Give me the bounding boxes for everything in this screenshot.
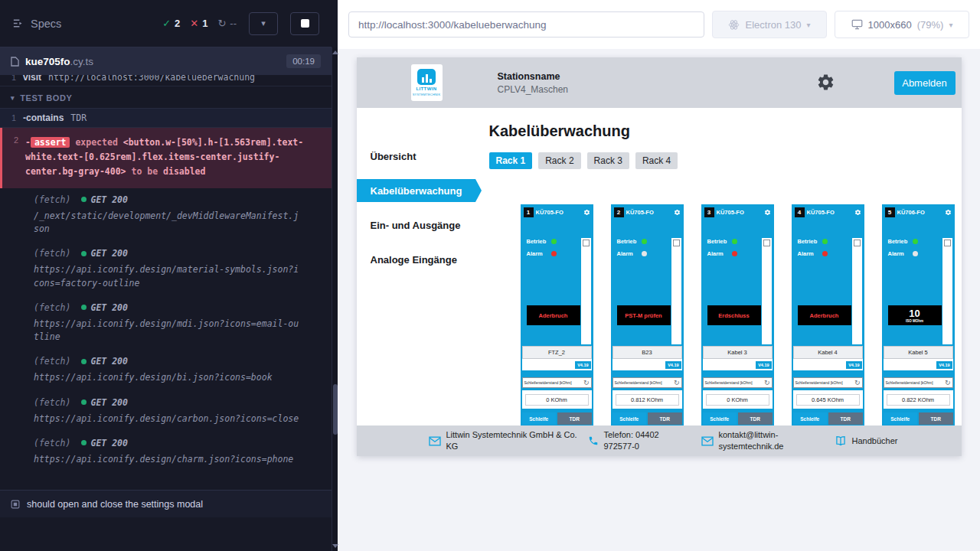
mail-icon [429,436,441,446]
schleife-button[interactable]: Schleife [884,412,918,425]
test-body-section[interactable]: ▾ TEST BODY [0,86,332,108]
betrieb-led [822,239,828,244]
card-gear-icon[interactable] [854,205,861,219]
assertion-expected-state: disabled [163,166,205,177]
status-display: 10 ISO MOhm [888,305,942,325]
pending-count: ↻-- [217,18,237,29]
status-dot [81,359,87,364]
card-gear-icon[interactable] [583,205,590,219]
footer-email[interactable]: kontakt@littwin-systemtechnik.de [701,429,805,452]
alarm-led [732,251,737,256]
tdr-button[interactable]: TDR [648,412,682,425]
browser-name: Electron 130 [745,19,801,31]
network-log-entry: (fetch)GET 200 https://api.iconify.desig… [0,242,332,296]
viewport-select[interactable]: 1000x660 (79%) ▾ [835,11,969,38]
settings-gear-icon[interactable] [816,73,836,93]
schleife-button[interactable]: Schleife [793,412,828,425]
failed-assertion-row[interactable]: 2 -assert expected <button.w-[50%].h-[1.… [0,128,332,188]
level-column [671,238,681,344]
card-gear-icon[interactable] [764,205,771,219]
reporter-scrollbar[interactable] [332,47,338,551]
firmware-version: V4.19 [846,361,861,369]
resistance-value: 0.645 KOhm [796,394,860,406]
firmware-version: V4.19 [575,361,590,369]
collapse-reporter-button[interactable]: ▾ [249,12,278,35]
tab-rack-3[interactable]: Rack 3 [587,152,629,169]
station-label: Stationsname [498,71,569,82]
cable-name: FTZ_2 [522,346,592,359]
level-box [763,240,770,246]
card-gear-icon[interactable] [945,205,952,219]
schleife-button[interactable]: Schleife [612,412,647,425]
chevron-down-icon: ▾ [11,94,15,102]
footer-company: Littwin Systemtechnik GmbH & Co. KG [429,429,578,452]
next-test-row[interactable]: should open and close the settings modal [0,490,332,517]
reporter-header: Specs ✓2 ✕1 ↻-- ▾ [0,0,332,47]
browser-select[interactable]: Electron 130 ▾ [712,11,827,38]
betrieb-led [732,239,737,244]
device-card-1: 1 KÜ705-FO Betrieb Alarm Aderbruch FTZ_2 [521,204,593,456]
betrieb-led [913,239,918,244]
refresh-icon[interactable]: ↻ [583,380,590,386]
tdr-button[interactable]: TDR [557,412,592,425]
next-test-title: should open and close the settings modal [27,499,203,510]
status-display: Aderbruch [798,305,851,325]
sidebar-item-ein-und-ausgaenge[interactable]: Ein- und Ausgänge [357,214,475,236]
network-log-entry: (fetch)GET 200 /_next/static/development… [0,188,332,243]
status-display: Aderbruch [527,305,580,325]
sidebar-item-uebersicht[interactable]: Übersicht [357,145,475,168]
log-row-contains[interactable]: 1 -contains TDR [0,108,332,128]
fetch-url: https://api.iconify.design/charm.json?ic… [34,453,303,466]
chevron-down-icon: ▾ [949,21,952,29]
app-main: Kabelüberwachung Rack 1 Rack 2 Rack 3 Ra… [475,108,962,456]
level-column [942,238,952,344]
card-gear-icon[interactable] [674,205,681,219]
phone-icon [588,435,599,446]
cable-name: Kabel 3 [703,346,773,359]
failed-count: ✕1 [190,18,207,29]
device-card-2: 2 KÜ705-FO Betrieb Alarm PST-M prüfen B2… [611,204,684,456]
schleife-button[interactable]: Schleife [522,412,557,425]
footer-manuals[interactable]: Handbücher [835,435,898,446]
spec-file-bar: kue705fo.cy.ts 00:19 [0,47,332,75]
littwin-logo: LITTWIN SYSTEMTECHNIK [411,64,443,101]
resistance-value: 0.822 KOhm [887,394,950,406]
fetch-url: https://api.iconify.design/bi.json?icons… [34,371,303,384]
chevron-down-icon: ▾ [806,21,810,29]
reporter-bottom-space [0,517,332,551]
tdr-button[interactable]: TDR [828,412,863,425]
tab-rack-2[interactable]: Rack 2 [538,152,580,169]
resistance-value: 0 KOhm [525,394,589,406]
log-row-visit[interactable]: 1 visit http://localhost:3000/kabelueber… [0,75,332,86]
firmware-version: V4.19 [756,361,771,369]
chevron-down-icon: ▾ [261,18,266,28]
viewport-zoom: (79%) [917,19,944,31]
url-input[interactable] [348,11,704,37]
tab-rack-1[interactable]: Rack 1 [489,152,533,169]
tdr-button[interactable]: TDR [919,412,953,425]
sidebar-item-kabelueberwachung[interactable]: Kabelüberwachung [357,179,475,202]
cable-name: Kabel 5 [884,346,953,359]
stop-tests-button[interactable] [290,12,319,35]
fetch-url: https://api.iconify.design/mdi.json?icon… [34,318,303,344]
schleife-button[interactable]: Schleife [703,412,737,425]
level-box [854,240,861,246]
specs-list-icon[interactable] [12,18,24,29]
spec-file-name[interactable]: kue705fo.cy.ts [25,56,93,67]
refresh-icon[interactable]: ↻ [945,380,951,386]
tab-rack-4[interactable]: Rack 4 [635,152,678,169]
specs-label[interactable]: Specs [31,18,61,30]
sidebar-item-analoge-eingaenge[interactable]: Analoge Eingänge [357,248,475,271]
card-model: KÜ706-FO [897,209,942,216]
refresh-icon[interactable]: ↻ [674,380,680,386]
fetch-url: /_next/static/development/_devMiddleware… [34,210,303,236]
status-dot [81,197,87,202]
tdr-button[interactable]: TDR [738,412,773,425]
betrieb-led [551,239,557,244]
electron-icon [728,19,740,31]
refresh-icon[interactable]: ↻ [764,380,770,386]
logout-button[interactable]: Abmelden [894,71,956,95]
mail-icon [701,436,714,446]
level-column [762,238,772,344]
refresh-icon[interactable]: ↻ [854,380,861,386]
